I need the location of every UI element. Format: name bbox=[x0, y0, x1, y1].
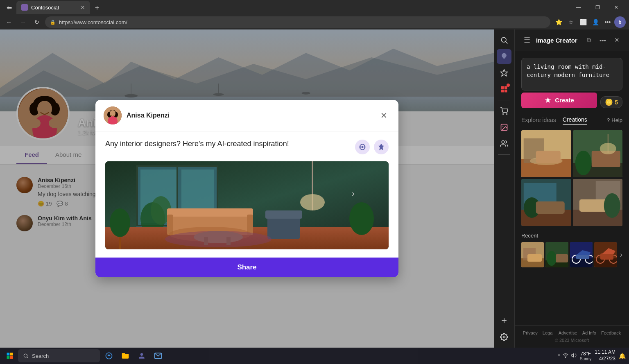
taskbar-network-icon[interactable] bbox=[563, 353, 568, 359]
footer-privacy[interactable]: Privacy bbox=[523, 330, 538, 335]
tab-close-btn[interactable]: ✕ bbox=[80, 4, 85, 11]
panel-close-btn[interactable]: ✕ bbox=[611, 34, 622, 46]
sidebar-icon-image-creator[interactable] bbox=[497, 120, 511, 135]
sidebar-icon-add[interactable] bbox=[497, 313, 511, 328]
taskbar-app-edge[interactable] bbox=[102, 348, 116, 363]
sidebar-icon-settings[interactable] bbox=[497, 330, 511, 344]
sidebar-icon-search[interactable] bbox=[497, 33, 511, 47]
creation-img-1[interactable] bbox=[521, 130, 571, 177]
profile-btn[interactable]: 👤 bbox=[590, 16, 601, 28]
svg-point-70 bbox=[502, 141, 505, 144]
sidebar-icon-people[interactable] bbox=[497, 136, 511, 151]
refresh-btn[interactable]: ↻ bbox=[31, 16, 43, 28]
recent-img-1[interactable] bbox=[521, 242, 544, 267]
modal-avatar bbox=[104, 106, 122, 124]
svg-rect-117 bbox=[7, 356, 10, 359]
svg-rect-43 bbox=[167, 208, 253, 217]
taskbar-volume-icon[interactable] bbox=[571, 353, 577, 359]
recent-img-3[interactable] bbox=[570, 242, 593, 267]
share-btn[interactable]: Share bbox=[95, 258, 398, 277]
modal-overlay: Anisa Kipenzi ✕ Any interior designers? … bbox=[0, 29, 494, 348]
panel-title: Image Creator bbox=[536, 37, 583, 44]
footer-feedback[interactable]: Feedback bbox=[601, 330, 621, 335]
prompt-textarea[interactable]: a living room with mid-century modern fu… bbox=[521, 58, 622, 90]
svg-line-60 bbox=[506, 42, 508, 44]
browser-back-btn[interactable]: ⬅ bbox=[3, 2, 15, 13]
sidebar-icon-collections[interactable] bbox=[497, 82, 511, 97]
creations-grid bbox=[521, 130, 622, 226]
create-btn[interactable]: Create bbox=[521, 93, 597, 108]
panel-more-btn[interactable]: ••• bbox=[597, 34, 609, 46]
back-btn[interactable]: ← bbox=[3, 16, 15, 28]
footer-advertise[interactable]: Advertise bbox=[559, 330, 577, 335]
more-btn[interactable]: ••• bbox=[602, 16, 613, 28]
recent-img-4[interactable] bbox=[594, 242, 617, 267]
taskbar-app-mail[interactable] bbox=[151, 348, 165, 363]
sidebar-icon-shopping[interactable] bbox=[497, 104, 511, 118]
svg-point-57 bbox=[165, 231, 272, 247]
start-btn[interactable] bbox=[3, 349, 16, 362]
taskbar: Search ^ bbox=[0, 348, 629, 364]
recent-next-btn[interactable]: › bbox=[620, 251, 622, 259]
panel-tabs: Explore ideas Creations ? Help bbox=[521, 115, 622, 125]
modal-header: Anisa Kipenzi ✕ bbox=[95, 100, 398, 131]
sidebar-icon-favorites[interactable] bbox=[497, 66, 511, 80]
svg-point-24 bbox=[110, 110, 115, 117]
copilot-btn[interactable]: b bbox=[614, 16, 626, 28]
svg-point-53 bbox=[300, 194, 325, 210]
sidebar-icon-copilot[interactable] bbox=[497, 49, 511, 64]
browser-chrome: ⬅ Contosocial ✕ ＋ — ❐ ✕ ← → ↻ 🔒 https://… bbox=[0, 0, 629, 29]
taskbar-app-teams[interactable] bbox=[134, 348, 149, 363]
creation-img-2[interactable] bbox=[573, 130, 623, 177]
recent-label: Recent bbox=[521, 233, 622, 239]
open-in-new-btn[interactable]: ⧉ bbox=[583, 34, 595, 46]
edge-icon bbox=[105, 352, 113, 360]
share-option-btn-1[interactable] bbox=[355, 140, 370, 154]
new-tab-btn[interactable]: ＋ bbox=[92, 1, 102, 14]
taskbar-time[interactable]: 11:11 AM 4/27/23 bbox=[595, 349, 615, 362]
extensions-btn[interactable]: ⭐ bbox=[553, 16, 564, 28]
minimize-btn[interactable]: — bbox=[569, 0, 588, 15]
taskbar-notifications[interactable]: 🔔 bbox=[619, 353, 626, 359]
taskbar-chevron[interactable]: ^ bbox=[558, 353, 560, 359]
explorer-icon bbox=[121, 352, 129, 360]
svg-point-69 bbox=[502, 126, 504, 127]
creation-img-3[interactable] bbox=[521, 179, 571, 226]
restore-btn[interactable]: ❐ bbox=[588, 0, 607, 15]
svg-point-94 bbox=[604, 193, 620, 218]
taskbar-app-explorer[interactable] bbox=[118, 348, 133, 363]
footer-legal[interactable]: Legal bbox=[543, 330, 554, 335]
main-content-area: Anisa Kipenzi 1.2k followers Feed About … bbox=[0, 29, 629, 348]
recent-img-2[interactable] bbox=[545, 242, 568, 267]
address-field[interactable]: 🔒 https://www.contosocial.com/ bbox=[45, 16, 550, 28]
browser-tab-active[interactable]: Contosocial ✕ bbox=[16, 1, 90, 14]
svg-rect-36 bbox=[136, 165, 138, 226]
tab-explore-ideas[interactable]: Explore ideas bbox=[521, 115, 556, 125]
creation-img-4[interactable] bbox=[573, 179, 623, 226]
social-page: Anisa Kipenzi 1.2k followers Feed About … bbox=[0, 29, 494, 348]
tab-creations[interactable]: Creations bbox=[563, 115, 587, 125]
help-btn[interactable]: ? Help bbox=[607, 117, 622, 123]
modal-actions bbox=[355, 140, 389, 154]
svg-point-27 bbox=[362, 146, 364, 148]
scroll-hint: › bbox=[352, 189, 355, 198]
taskbar-weather[interactable]: 78°F Sunny bbox=[580, 351, 591, 361]
modal-close-btn[interactable]: ✕ bbox=[377, 109, 390, 122]
footer-adinfo[interactable]: Ad info bbox=[582, 330, 596, 335]
collections-btn[interactable]: ⬜ bbox=[577, 16, 589, 28]
svg-rect-118 bbox=[10, 356, 13, 359]
close-btn[interactable]: ✕ bbox=[607, 0, 626, 15]
recent-illustration-4 bbox=[594, 242, 617, 267]
modal-avatar-img bbox=[104, 106, 122, 124]
panel-menu-btn[interactable]: ☰ bbox=[521, 35, 533, 45]
window-controls: — ❐ ✕ bbox=[569, 0, 626, 15]
forward-btn[interactable]: → bbox=[17, 16, 29, 28]
share-icon-1 bbox=[358, 143, 367, 151]
modal-author: Anisa Kipenzi bbox=[127, 112, 170, 119]
taskbar-search[interactable]: Search bbox=[18, 349, 100, 362]
share-option-btn-2[interactable] bbox=[374, 140, 389, 154]
svg-point-119 bbox=[24, 354, 27, 357]
modal-image: ⓑ bbox=[105, 161, 389, 249]
toolbar-buttons: ⭐ ☆ ⬜ 👤 ••• b bbox=[553, 16, 626, 28]
favorites-btn[interactable]: ☆ bbox=[565, 16, 577, 28]
